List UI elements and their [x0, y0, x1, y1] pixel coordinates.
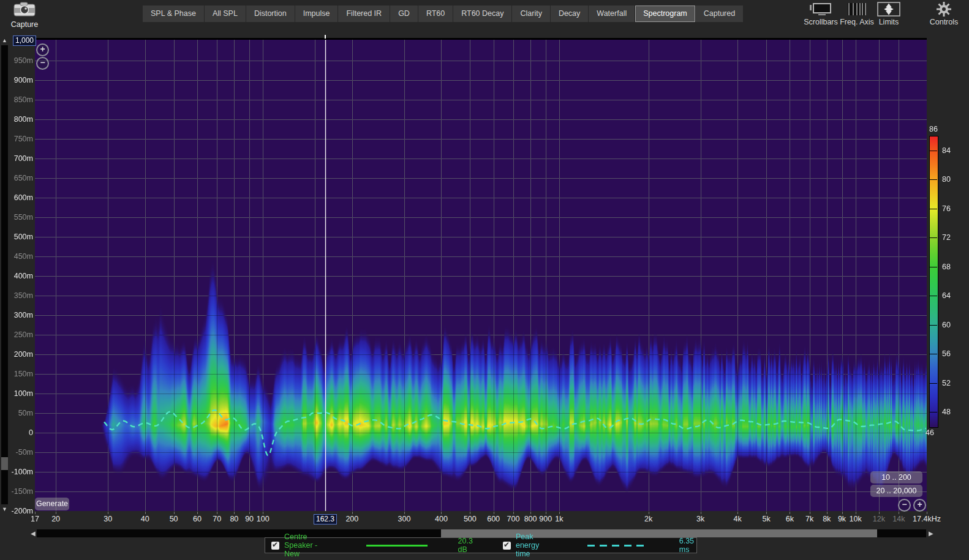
x-axis-tick: [263, 512, 263, 514]
vscroll-track[interactable]: [1, 45, 8, 504]
hscroll-right-arrow-icon[interactable]: ▶: [929, 529, 933, 537]
capture-label: Capture: [7, 20, 42, 29]
x-axis-tick: [249, 512, 250, 514]
zoom-in-button-bottomright[interactable]: +: [913, 499, 926, 512]
x-axis-tick: [766, 512, 767, 514]
colorbar-tick-label: 60: [942, 321, 951, 329]
x-axis-tick: [108, 512, 108, 514]
legend-checkbox-centre-speaker-new[interactable]: [271, 542, 279, 550]
time-range-input[interactable]: 1,000: [13, 35, 36, 46]
x-axis-tick: [494, 512, 494, 514]
colorbar-tick-label: 52: [942, 379, 951, 387]
legend-line-sample-dashed: [587, 545, 649, 547]
x-axis-tick: [404, 512, 405, 514]
colorbar-tick-line: [929, 209, 937, 209]
gear-icon: [922, 2, 965, 17]
x-axis-label: 10k: [850, 515, 862, 523]
vscroll-thumb[interactable]: [1, 457, 8, 470]
toolbar: Capture SPL & PhaseAll SPLDistortionImpu…: [0, 0, 969, 34]
hscroll-thumb[interactable]: [441, 529, 877, 537]
x-axis-label: 20: [51, 515, 60, 523]
x-axis-label: 900: [539, 515, 552, 523]
zoom-out-button-bottomright[interactable]: −: [898, 499, 911, 512]
tab-rt60-decay[interactable]: RT60 Decay: [453, 6, 512, 22]
x-axis-tick: [899, 512, 899, 514]
limits-icon: [867, 2, 910, 17]
x-axis-label: 60: [193, 515, 202, 523]
legend-bar: Centre Speaker - New20.3 dBPeak energy t…: [265, 537, 697, 553]
tab-rt60[interactable]: RT60: [418, 6, 453, 22]
x-axis-label: 14k: [892, 515, 905, 523]
tab-decay[interactable]: Decay: [551, 6, 589, 22]
tab-clarity[interactable]: Clarity: [512, 6, 550, 22]
x-axis-label: 500: [464, 515, 477, 523]
tool-controls[interactable]: Controls: [922, 2, 965, 26]
tab-spl-phase[interactable]: SPL & Phase: [143, 6, 205, 22]
tab-waterfall[interactable]: Waterfall: [589, 6, 635, 22]
x-axis-tick: [701, 512, 701, 514]
vscroll-up-arrow-icon[interactable]: ▲: [2, 37, 7, 45]
x-axis-label: 4k: [734, 515, 742, 523]
cursor-frequency-readout[interactable]: 162.3: [314, 514, 337, 525]
x-axis-tick: [790, 512, 790, 514]
x-axis-label: 17.4kHz: [913, 515, 941, 523]
time-range-button[interactable]: 10 .. 200: [870, 471, 922, 483]
legend-label: Centre Speaker - New: [284, 532, 333, 558]
x-axis-tick: [197, 512, 198, 514]
x-axis-label: 80: [230, 515, 238, 523]
x-axis-tick: [234, 512, 235, 514]
tab-distortion[interactable]: Distortion: [246, 6, 295, 22]
x-axis-label: 3k: [696, 515, 704, 523]
zoom-in-button-topleft[interactable]: +: [36, 43, 49, 56]
vscroll-down-arrow-icon[interactable]: ▼: [2, 506, 7, 513]
generate-button[interactable]: Generate: [35, 498, 69, 510]
tab-captured[interactable]: Captured: [696, 6, 744, 22]
colorbar-tick-label: 80: [942, 175, 951, 184]
zoom-out-button-topleft[interactable]: −: [36, 57, 49, 70]
colorbar-min-label: 46: [926, 428, 934, 437]
x-axis-label: 9k: [838, 515, 846, 523]
legend-value: 6.35 ms: [679, 537, 696, 554]
legend-line-sample-solid: [366, 545, 428, 547]
tab-impulse[interactable]: Impulse: [295, 6, 339, 22]
tab-all-spl[interactable]: All SPL: [205, 6, 246, 22]
capture-button[interactable]: Capture: [7, 1, 42, 31]
x-axis-tick: [856, 512, 856, 514]
x-axis-label: 5k: [762, 515, 770, 523]
camera-icon: [7, 1, 42, 20]
spectrogram-canvas[interactable]: [35, 40, 927, 511]
x-axis-label: 1k: [555, 515, 563, 523]
x-axis-label: 12k: [873, 515, 885, 523]
x-axis-tick: [174, 512, 175, 514]
x-axis-tick: [352, 512, 353, 514]
x-axis-tick: [827, 512, 828, 514]
colorbar-tick-line: [929, 237, 937, 238]
rew-window: Capture SPL & PhaseAll SPLDistortionImpu…: [0, 0, 969, 560]
tab-filtered-ir[interactable]: Filtered IR: [338, 6, 390, 22]
tab-gd[interactable]: GD: [390, 6, 418, 22]
hscroll-left-arrow-icon[interactable]: ◀: [31, 529, 36, 537]
x-axis-label: 700: [507, 515, 520, 523]
x-axis-tick: [470, 512, 470, 514]
x-axis-label: 70: [213, 515, 221, 523]
x-axis-tick: [559, 512, 560, 514]
x-axis-tick: [530, 512, 531, 514]
tool-limits[interactable]: Limits: [867, 2, 910, 26]
x-axis-label: 800: [524, 515, 537, 523]
colorbar-tick-line: [929, 383, 937, 384]
x-axis-label: 8k: [823, 515, 831, 523]
freq-range-button[interactable]: 20 .. 20,000: [870, 485, 922, 497]
cursor-top-tick: [325, 35, 326, 39]
colorbar-tick-line: [929, 267, 937, 267]
x-axis-label: 17: [31, 515, 39, 523]
x-axis-label: 100: [257, 515, 270, 523]
colorbar-tick-line: [929, 412, 937, 413]
colorbar-tick-line: [929, 325, 937, 326]
x-axis-tick: [879, 512, 880, 514]
legend-checkbox-peak-energy-time[interactable]: [503, 542, 511, 550]
x-axis-tick: [842, 512, 843, 514]
colorbar-tick-line: [929, 179, 937, 180]
tab-spectrogram[interactable]: Spectrogram: [635, 6, 696, 22]
colorbar-tick-label: 48: [942, 408, 951, 416]
x-axis-label: 50: [170, 515, 178, 523]
